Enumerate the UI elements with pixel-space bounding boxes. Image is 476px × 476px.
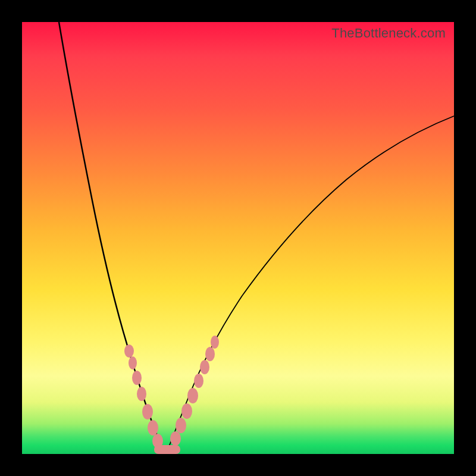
- highlight-pill: [154, 445, 180, 454]
- highlight-dot: [211, 336, 219, 349]
- highlight-dot: [181, 403, 192, 419]
- highlight-dot: [205, 347, 215, 361]
- right-curve: [166, 116, 454, 454]
- chart-frame: TheBottleneck.com: [0, 0, 476, 476]
- plot-area: TheBottleneck.com: [22, 22, 454, 454]
- highlight-dot: [129, 356, 137, 369]
- highlight-dot: [187, 388, 198, 403]
- highlight-dot: [132, 371, 142, 385]
- highlight-dot: [170, 431, 181, 446]
- highlight-dot: [137, 387, 146, 401]
- curve-layer: [22, 22, 454, 454]
- highlight-dot: [148, 420, 158, 436]
- highlight-dot: [124, 345, 134, 358]
- highlight-dot: [142, 404, 153, 419]
- left-curve: [59, 22, 166, 454]
- highlight-dot: [194, 374, 203, 388]
- highlight-dot: [200, 360, 209, 374]
- highlight-dot: [176, 418, 186, 433]
